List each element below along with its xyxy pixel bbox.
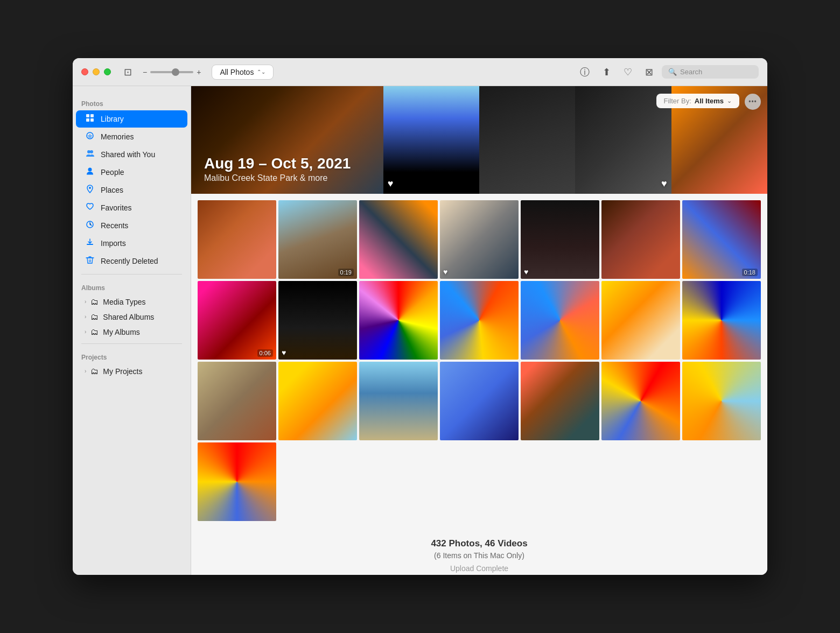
recents-label: Recents bbox=[101, 221, 128, 230]
chevron-right-icon-2: › bbox=[85, 314, 86, 320]
people-icon bbox=[85, 167, 95, 178]
photo-cell[interactable] bbox=[601, 362, 680, 440]
photo-cell[interactable]: 0:18 bbox=[682, 200, 761, 279]
my-projects-label: My Projects bbox=[103, 367, 142, 376]
sidebar-item-favorites[interactable]: Favorites bbox=[76, 199, 187, 216]
photo-cell[interactable]: 0:19 bbox=[278, 200, 357, 279]
photo-cell[interactable]: ♥ bbox=[440, 200, 519, 279]
photo-area: Aug 19 – Oct 5, 2021 Malibu Creek State … bbox=[191, 86, 767, 575]
filter-value: All Items bbox=[695, 97, 724, 105]
photo-cell[interactable] bbox=[601, 200, 680, 279]
sidebar-item-library[interactable]: Library bbox=[76, 110, 187, 128]
library-icon bbox=[85, 114, 95, 124]
heart-badge-1: ♥ bbox=[388, 178, 394, 189]
trash-icon bbox=[85, 256, 95, 266]
photo-cell[interactable] bbox=[198, 442, 276, 521]
share-icon[interactable]: ⬆ bbox=[600, 64, 613, 80]
photo-cell[interactable] bbox=[601, 281, 680, 360]
photo-count: 432 Photos, 46 Videos bbox=[191, 538, 767, 549]
photo-cell[interactable] bbox=[521, 362, 599, 440]
zoom-plus-button[interactable]: + bbox=[197, 68, 201, 76]
zoom-control: − + bbox=[143, 68, 201, 76]
photo-cell[interactable] bbox=[359, 281, 438, 360]
my-albums-label: My Albums bbox=[103, 328, 139, 336]
media-types-icon: 🗂 bbox=[90, 297, 99, 306]
crop-icon[interactable]: ⊠ bbox=[643, 64, 655, 80]
sidebar-item-imports[interactable]: Imports bbox=[76, 235, 187, 252]
photo-cell[interactable] bbox=[278, 362, 357, 440]
places-label: Places bbox=[101, 186, 123, 194]
photo-cell[interactable] bbox=[440, 362, 519, 440]
search-icon: 🔍 bbox=[668, 68, 677, 76]
filter-chevron-icon: ⌄ bbox=[727, 97, 732, 104]
sidebar-group-my-albums[interactable]: › 🗂 My Albums bbox=[76, 325, 187, 339]
info-icon[interactable]: ⓘ bbox=[578, 64, 592, 81]
media-types-label: Media Types bbox=[103, 298, 145, 306]
recently-deleted-label: Recently Deleted bbox=[101, 257, 158, 265]
filter-bar[interactable]: Filter By: All Items ⌄ bbox=[656, 94, 739, 108]
search-input[interactable] bbox=[680, 68, 750, 76]
photo-cell[interactable]: ♥ bbox=[278, 281, 357, 360]
video-duration: 0:18 bbox=[742, 269, 758, 276]
main-content: Photos Library bbox=[73, 86, 767, 575]
zoom-minus-button[interactable]: − bbox=[143, 68, 147, 76]
memory-banner[interactable]: Aug 19 – Oct 5, 2021 Malibu Creek State … bbox=[191, 86, 767, 194]
sidebar-item-people[interactable]: People bbox=[76, 164, 187, 181]
all-photos-button[interactable]: All Photos ⌃⌄ bbox=[212, 65, 274, 80]
albums-divider bbox=[81, 274, 182, 275]
photo-footer: 432 Photos, 46 Videos (6 Items on This M… bbox=[191, 528, 767, 575]
sidebar-item-recently-deleted[interactable]: Recently Deleted bbox=[76, 252, 187, 270]
photo-cell[interactable] bbox=[359, 362, 438, 440]
chevron-right-icon-4: › bbox=[85, 368, 86, 374]
search-bar[interactable]: 🔍 bbox=[662, 65, 759, 79]
photo-cell[interactable]: ♥ bbox=[521, 200, 599, 279]
imports-label: Imports bbox=[101, 239, 126, 248]
photo-cell[interactable]: 0:06 bbox=[198, 281, 276, 360]
more-dots-icon: ••• bbox=[748, 98, 757, 105]
sidebar-group-my-projects[interactable]: › 🗂 My Projects bbox=[76, 364, 187, 378]
photo-grid: 0:19 ♥ ♥ 0:18 bbox=[191, 194, 767, 528]
my-projects-icon: 🗂 bbox=[90, 367, 99, 376]
photo-cell[interactable] bbox=[521, 281, 599, 360]
favorite-icon[interactable]: ♡ bbox=[621, 64, 634, 80]
zoom-thumb bbox=[172, 68, 179, 76]
photo-cell[interactable] bbox=[198, 362, 276, 440]
library-label: Library bbox=[101, 115, 124, 123]
memories-label: Memories bbox=[101, 132, 134, 141]
toolbar-right-icons: ⓘ ⬆ ♡ ⊠ bbox=[578, 64, 655, 81]
sidebar-item-recents[interactable]: Recents bbox=[76, 217, 187, 234]
favorites-icon bbox=[85, 202, 95, 213]
minimize-button[interactable] bbox=[93, 68, 100, 75]
zoom-slider[interactable] bbox=[150, 71, 193, 73]
fullscreen-button[interactable] bbox=[104, 68, 111, 75]
close-button[interactable] bbox=[81, 68, 88, 75]
svg-point-8 bbox=[89, 187, 91, 189]
chevron-right-icon: › bbox=[85, 299, 86, 305]
filter-label: Filter By: bbox=[664, 97, 691, 105]
memory-banner-date: Aug 19 – Oct 5, 2021 bbox=[204, 155, 351, 172]
sidebar-item-shared-with-you[interactable]: Shared with You bbox=[76, 146, 187, 163]
sidebar-item-places[interactable]: Places bbox=[76, 181, 187, 199]
photo-cell[interactable] bbox=[682, 281, 761, 360]
photo-cell[interactable] bbox=[682, 362, 761, 440]
imports-icon bbox=[85, 238, 95, 249]
more-options-button[interactable]: ••• bbox=[745, 94, 761, 110]
main-window: ⊡ − + All Photos ⌃⌄ ⓘ ⬆ ♡ ⊠ 🔍 Photos bbox=[73, 58, 767, 575]
shared-albums-icon: 🗂 bbox=[90, 312, 99, 321]
memory-banner-text: Aug 19 – Oct 5, 2021 Malibu Creek State … bbox=[204, 155, 351, 183]
photo-cell[interactable] bbox=[440, 281, 519, 360]
svg-point-7 bbox=[88, 168, 92, 172]
sidebar-group-media-types[interactable]: › 🗂 Media Types bbox=[76, 294, 187, 309]
photo-cell[interactable] bbox=[198, 200, 276, 279]
people-label: People bbox=[101, 168, 124, 177]
view-icon[interactable]: ⊡ bbox=[122, 64, 134, 80]
memories-icon bbox=[85, 131, 95, 142]
svg-rect-3 bbox=[90, 118, 94, 122]
video-duration: 0:19 bbox=[338, 269, 354, 276]
sidebar-item-memories[interactable]: Memories bbox=[76, 128, 187, 145]
projects-section-title: Projects bbox=[73, 348, 191, 363]
memory-banner-location: Malibu Creek State Park & more bbox=[204, 173, 351, 183]
chevron-updown-icon: ⌃⌄ bbox=[257, 69, 265, 75]
photo-cell[interactable] bbox=[359, 200, 438, 279]
sidebar-group-shared-albums[interactable]: › 🗂 Shared Albums bbox=[76, 310, 187, 324]
